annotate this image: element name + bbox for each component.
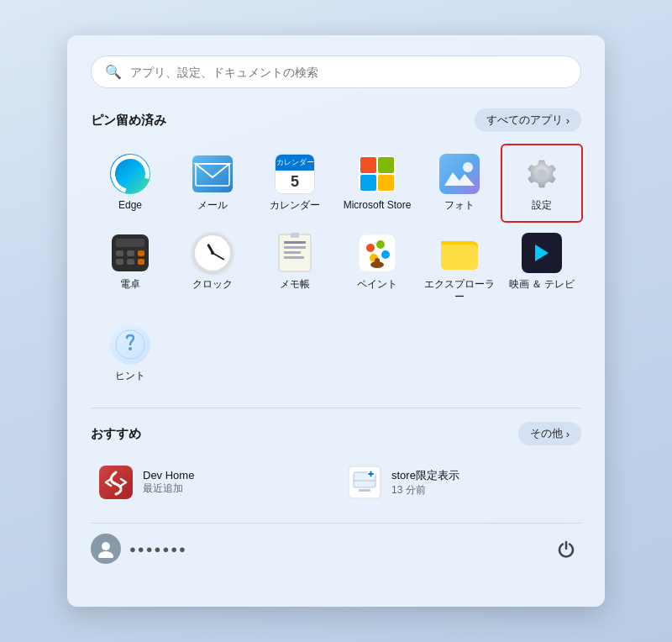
svg-rect-20 <box>284 241 306 244</box>
bottom-bar: ●●●●●●● <box>91 523 581 564</box>
app-edge-label: Edge <box>118 199 142 213</box>
svg-rect-4 <box>360 157 376 173</box>
clock-icon <box>192 233 233 273</box>
svg-point-9 <box>463 162 473 172</box>
search-bar[interactable]: 🔍 <box>91 55 581 88</box>
store-limited-icon <box>348 466 381 499</box>
start-menu: 🔍 ピン留め済み すべてのアプリ › Edge <box>67 35 605 607</box>
app-paint[interactable]: ペイント <box>338 224 417 313</box>
username-label: ●●●●●●● <box>129 543 187 555</box>
app-notepad[interactable]: メモ帳 <box>255 224 334 313</box>
app-ms-store[interactable]: Microsoft Store <box>338 145 417 221</box>
dev-home-text: Dev Home 最近追加 <box>143 469 194 496</box>
svg-rect-13 <box>116 250 123 256</box>
chevron-right-icon: › <box>566 114 570 127</box>
svg-rect-38 <box>359 489 370 492</box>
ms-store-icon <box>357 154 397 194</box>
dev-home-icon <box>99 466 133 499</box>
app-photos-label: フォト <box>444 199 475 213</box>
chevron-right-icon-rec: › <box>566 428 570 440</box>
calc-icon <box>110 233 150 273</box>
app-tips[interactable]: ヒント <box>91 316 170 392</box>
tips-icon <box>110 324 150 365</box>
app-calc-label: 電卓 <box>120 278 140 292</box>
app-movies-label: 映画 ＆ テレビ <box>509 278 575 292</box>
svg-rect-16 <box>116 259 123 265</box>
pinned-section-header: ピン留め済み すべてのアプリ › <box>91 108 581 132</box>
all-apps-button[interactable]: すべてのアプリ › <box>475 108 581 132</box>
svg-point-10 <box>537 169 547 179</box>
store-limited-text: store限定表示 13 分前 <box>391 468 459 497</box>
store-limited-sub: 13 分前 <box>391 483 459 497</box>
app-edge[interactable]: Edge <box>91 145 170 221</box>
pinned-title: ピン留め済み <box>91 113 166 129</box>
app-ms-store-label: Microsoft Store <box>344 199 412 213</box>
app-settings-label: 設定 <box>532 199 552 213</box>
app-clock-label: クロック <box>192 278 233 292</box>
recommended-section-header: おすすめ その他 › <box>91 422 581 445</box>
svg-point-26 <box>366 244 375 252</box>
edge-icon <box>110 154 150 194</box>
photos-icon <box>439 154 480 194</box>
app-calendar[interactable]: カレンダー 5 カレンダー <box>255 145 334 221</box>
app-notepad-label: メモ帳 <box>280 278 310 292</box>
notepad-icon <box>275 233 315 273</box>
svg-point-28 <box>381 250 390 259</box>
svg-rect-14 <box>127 250 134 256</box>
app-movies[interactable]: 映画 ＆ テレビ <box>502 224 581 313</box>
svg-rect-17 <box>127 259 134 265</box>
dev-home-sub: 最近追加 <box>143 482 194 496</box>
paint-icon <box>357 233 397 273</box>
svg-point-41 <box>98 551 113 558</box>
svg-rect-12 <box>116 239 144 247</box>
svg-point-40 <box>102 542 110 550</box>
store-limited-name: store限定表示 <box>391 468 459 483</box>
search-icon: 🔍 <box>105 64 122 80</box>
recommended-items: Dev Home 最近追加 store限定表 <box>91 459 581 506</box>
svg-rect-21 <box>284 246 306 249</box>
app-calc[interactable]: 電卓 <box>91 224 170 313</box>
app-tips-label: ヒント <box>115 370 145 383</box>
app-paint-label: ペイント <box>357 278 397 292</box>
svg-rect-7 <box>378 175 394 191</box>
app-photos[interactable]: フォト <box>420 145 499 221</box>
svg-rect-8 <box>439 154 480 194</box>
app-settings[interactable]: 設定 <box>502 145 581 221</box>
svg-rect-0 <box>192 155 233 192</box>
rec-item-dev-home[interactable]: Dev Home 最近追加 <box>91 459 333 506</box>
svg-point-27 <box>376 240 385 249</box>
search-input[interactable] <box>130 66 567 79</box>
app-mail[interactable]: メール <box>173 145 252 221</box>
app-explorer-label: エクスプローラー <box>423 278 496 304</box>
dev-home-name: Dev Home <box>143 469 194 482</box>
app-clock[interactable]: クロック <box>173 224 252 313</box>
movies-icon <box>522 233 562 273</box>
section-divider <box>91 408 581 408</box>
svg-rect-5 <box>378 157 394 173</box>
app-calendar-label: カレンダー <box>270 199 320 213</box>
other-button[interactable]: その他 › <box>518 422 581 445</box>
power-button[interactable] <box>551 534 581 564</box>
pinned-apps-grid: Edge メール <box>91 145 581 391</box>
app-mail-label: メール <box>197 199 228 213</box>
app-explorer[interactable]: エクスプローラー <box>420 224 499 313</box>
svg-point-33 <box>129 347 132 350</box>
user-info[interactable]: ●●●●●●● <box>91 534 187 564</box>
recommended-title: おすすめ <box>91 426 141 442</box>
svg-rect-31 <box>375 258 380 266</box>
settings-icon <box>522 154 562 194</box>
svg-rect-6 <box>360 175 376 191</box>
calendar-icon: カレンダー 5 <box>275 154 315 194</box>
mail-icon <box>192 154 233 194</box>
user-avatar <box>91 534 121 564</box>
svg-rect-15 <box>138 250 144 256</box>
svg-rect-23 <box>284 256 304 259</box>
recommended-section: おすすめ その他 › <box>91 422 581 506</box>
rec-item-store-limited[interactable]: store限定表示 13 分前 <box>339 459 581 506</box>
svg-rect-24 <box>291 233 299 238</box>
svg-rect-18 <box>138 259 144 265</box>
explorer-icon <box>439 233 480 273</box>
svg-rect-22 <box>284 251 301 254</box>
